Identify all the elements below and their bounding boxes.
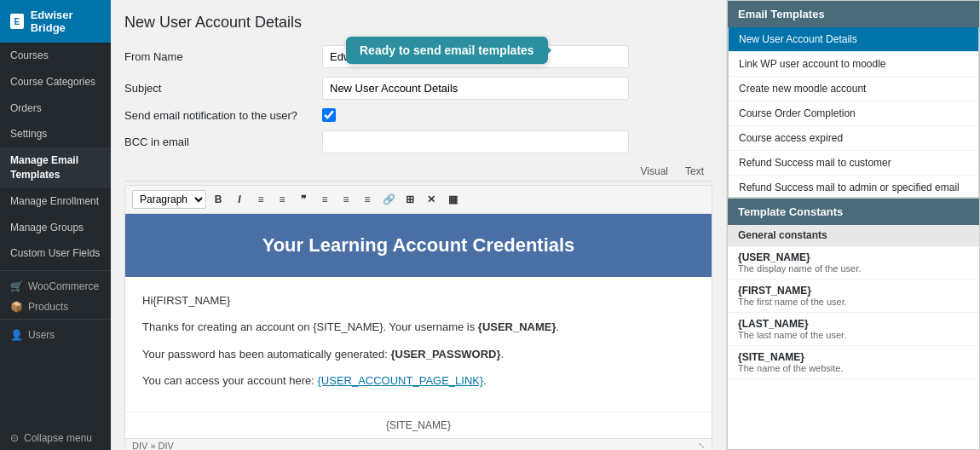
table-button[interactable]: ⊞ [401, 190, 419, 209]
constant-desc-1: The first name of the user. [738, 297, 969, 307]
logo-text: Edwiser Bridge [31, 9, 101, 34]
from-name-label: From Name [124, 50, 312, 63]
notification-label: Send email notification to the user? [124, 109, 312, 122]
link-button[interactable]: 🔗 [379, 190, 398, 209]
template-item-6[interactable]: Refund Success mail to admin or specifie… [729, 176, 978, 198]
bcc-row: BCC in email [124, 130, 712, 153]
page-title: New User Account Details [124, 14, 712, 32]
align-left-button[interactable]: ≡ [315, 190, 334, 209]
email-templates-header: Email Templates [728, 1, 979, 27]
paragraph-select[interactable]: Paragraph Heading 1 Heading 2 Heading 3 [132, 190, 206, 209]
sidebar-item-products[interactable]: 📦 Products [0, 295, 111, 315]
constant-name-0: {USER_NAME} [738, 251, 969, 263]
body-line-1: Hi{FIRST_NAME} [142, 291, 695, 310]
constant-item-1: {FIRST_NAME} The first name of the user. [728, 280, 979, 313]
template-constants-section: Template Constants General constants {US… [727, 199, 980, 450]
align-right-button[interactable]: ≡ [358, 190, 377, 209]
body-line-2: Thanks for creating an account on {SITE_… [142, 317, 695, 337]
sidebar-item-settings[interactable]: Settings [0, 121, 111, 147]
template-list: New User Account Details Link WP user ac… [728, 27, 979, 198]
editor-toolbar: Paragraph Heading 1 Heading 2 Heading 3 … [124, 185, 712, 213]
sidebar-divider-2 [0, 319, 111, 320]
collapse-menu-button[interactable]: ⊙ Collapse menu [0, 426, 111, 450]
constant-name-2: {LAST_NAME} [738, 318, 969, 330]
sidebar-item-manage-groups[interactable]: Manage Groups [0, 215, 111, 241]
body-line-4: You can access your account here: {USER_… [142, 371, 695, 390]
unordered-list-button[interactable]: ≡ [251, 190, 270, 209]
sidebar: E Edwiser Bridge Courses Course Categori… [0, 0, 111, 450]
constant-desc-3: The name of the website. [738, 363, 969, 373]
italic-button[interactable]: I [230, 190, 249, 209]
ordered-list-button[interactable]: ≡ [273, 190, 291, 209]
sidebar-item-orders[interactable]: Orders [0, 95, 111, 122]
logo-icon: E [10, 14, 24, 29]
bcc-label: BCC in email [124, 136, 312, 148]
collapse-icon: ⊙ [10, 432, 19, 444]
template-item-1[interactable]: Link WP user account to moodle [729, 52, 978, 77]
template-item-0[interactable]: New User Account Details [729, 27, 978, 52]
constant-name-1: {FIRST_NAME} [738, 285, 969, 297]
notification-checkbox[interactable] [322, 108, 336, 122]
notification-row: Send email notification to the user? [124, 108, 712, 122]
editor-footer: {SITE_NAME} [125, 412, 712, 438]
woocommerce-icon: 🛒 [10, 280, 23, 292]
email-templates-section: Email Templates New User Account Details… [727, 0, 980, 199]
blockquote-button[interactable]: ❞ [294, 190, 313, 209]
sidebar-item-manage-enrollment[interactable]: Manage Enrollment [0, 188, 111, 215]
sidebar-item-users[interactable]: 👤 Users [0, 323, 111, 343]
constant-item-2: {LAST_NAME} The last name of the user. [728, 313, 979, 346]
sidebar-item-courses[interactable]: Courses [0, 43, 111, 69]
constant-desc-0: The display name of the user. [738, 263, 969, 274]
bold-button[interactable]: B [209, 190, 228, 209]
constant-desc-2: The last name of the user. [738, 330, 969, 340]
sidebar-item-custom-user-fields[interactable]: Custom User Fields [0, 240, 111, 267]
tab-visual[interactable]: Visual [632, 162, 677, 181]
status-text: DIV » DIV [132, 441, 174, 450]
constants-list: {USER_NAME} The display name of the user… [728, 246, 979, 449]
bcc-input[interactable] [322, 130, 629, 153]
users-icon: 👤 [10, 329, 23, 341]
fullscreen-button[interactable]: ✕ [422, 190, 441, 209]
subject-input[interactable] [322, 77, 629, 100]
editor-header-band: Your Learning Account Credentials [125, 214, 712, 277]
subject-label: Subject [124, 82, 312, 95]
subject-row: Subject [124, 77, 712, 100]
body-line-3: Your password has been automatically gen… [142, 344, 695, 364]
template-item-5[interactable]: Refund Success mail to customer [729, 151, 978, 176]
editor-tab-bar: Visual Text [124, 162, 712, 182]
sidebar-item-course-categories[interactable]: Course Categories [0, 69, 111, 95]
sidebar-item-woocommerce[interactable]: 🛒 WooCommerce [0, 274, 111, 295]
sidebar-item-manage-email-templates[interactable]: Manage Email Templates [0, 147, 111, 188]
main-content: New User Account Details Ready to send e… [111, 0, 980, 450]
template-item-3[interactable]: Course Order Completion [729, 101, 978, 126]
constant-item-3: {SITE_NAME} The name of the website. [728, 346, 979, 379]
sidebar-logo[interactable]: E Edwiser Bridge [0, 0, 111, 43]
template-item-2[interactable]: Create new moodle account [729, 77, 978, 101]
editor-body[interactable]: Hi{FIRST_NAME} Thanks for creating an ac… [125, 277, 712, 412]
align-center-button[interactable]: ≡ [337, 190, 355, 209]
constants-sub-header: General constants [728, 225, 979, 246]
constant-item-0: {USER_NAME} The display name of the user… [728, 246, 979, 280]
tab-text[interactable]: Text [677, 162, 712, 181]
tooltip-bubble: Ready to send email templates [346, 37, 548, 64]
resize-handle[interactable]: ⤡ [698, 441, 705, 450]
editor-content: Your Learning Account Credentials Hi{FIR… [124, 213, 712, 439]
constants-header: Template Constants [728, 199, 979, 225]
form-area: New User Account Details Ready to send e… [111, 0, 726, 450]
grid-button[interactable]: ▦ [443, 190, 462, 209]
right-panel: Email Templates New User Account Details… [726, 0, 980, 450]
products-icon: 📦 [10, 301, 23, 313]
sidebar-divider-1 [0, 270, 111, 271]
constant-name-3: {SITE_NAME} [738, 351, 969, 363]
template-item-4[interactable]: Course access expired [729, 126, 978, 151]
editor-status-bar: DIV » DIV ⤡ [124, 439, 712, 450]
